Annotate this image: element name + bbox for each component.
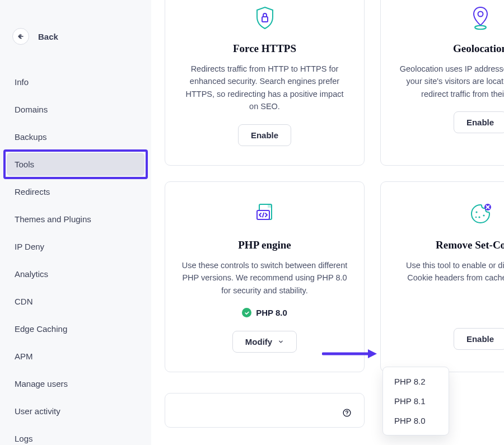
sidebar-item-analytics[interactable]: Analytics	[7, 263, 144, 285]
sidebar-item-edge-caching[interactable]: Edge Caching	[7, 317, 144, 340]
sidebar-item-themes-plugins[interactable]: Themes and Plugins	[7, 208, 144, 231]
code-file-icon	[254, 203, 276, 226]
sidebar-item-backups[interactable]: Backups	[7, 125, 144, 148]
dropdown-option[interactable]: PHP 8.2	[383, 372, 449, 391]
svg-rect-2	[262, 17, 268, 22]
card-partial-bottom	[165, 393, 365, 428]
sidebar-item-tools[interactable]: Tools	[7, 153, 144, 176]
sidebar-item-label: Tools	[15, 160, 34, 169]
sidebar-item-label: APM	[15, 352, 33, 361]
card-description: Use this tool to enable or disable the S…	[396, 259, 504, 284]
modify-button[interactable]: Modify	[232, 331, 297, 353]
php-version-label: PHP 8.0	[256, 308, 287, 317]
card-description: Geolocation uses IP addresses to find wh…	[396, 63, 504, 100]
svg-point-3	[478, 12, 483, 17]
card-force-https: Force HTTPS Redirects traffic from HTTP …	[165, 0, 365, 166]
sidebar-item-label: Manage users	[15, 379, 68, 388]
svg-point-10	[483, 214, 484, 216]
help-circle-icon[interactable]	[342, 408, 352, 420]
check-circle-icon	[242, 308, 251, 317]
nav-list: Info Domains Backups Tools Redirects The…	[7, 71, 144, 445]
php-version-dropdown: PHP 8.2 PHP 8.1 PHP 8.0	[382, 367, 449, 435]
button-label: Modify	[245, 337, 272, 346]
card-title: PHP engine	[181, 239, 348, 251]
sidebar-item-domains[interactable]: Domains	[7, 98, 144, 121]
map-pin-icon	[470, 6, 491, 30]
svg-point-4	[475, 26, 486, 29]
sidebar-item-info[interactable]: Info	[7, 71, 144, 93]
enable-button[interactable]: Enable	[238, 124, 291, 146]
sidebar-item-label: IP Deny	[15, 242, 44, 251]
button-label: Enable	[466, 118, 494, 127]
svg-point-9	[478, 216, 480, 218]
sidebar-item-user-activity[interactable]: User activity	[7, 400, 144, 423]
card-description: Use these controls to switch between dif…	[181, 259, 348, 297]
shield-lock-icon	[254, 6, 276, 30]
card-description: Redirects traffic from HTTP to HTTPS for…	[181, 63, 348, 113]
sidebar: Back Info Domains Backups Tools Redirect…	[0, 0, 151, 445]
svg-point-11	[475, 217, 477, 218]
arrow-left-icon	[17, 32, 25, 40]
card-geolocation: Geolocation Geolocation uses IP addresse…	[380, 0, 504, 166]
sidebar-item-label: User activity	[15, 406, 60, 416]
sidebar-item-label: Domains	[15, 105, 48, 114]
sidebar-active-highlight: Tools	[3, 149, 148, 179]
sidebar-item-apm[interactable]: APM	[7, 345, 144, 368]
main-content: Force HTTPS Redirects traffic from HTTP …	[151, 0, 504, 445]
sidebar-item-cdn[interactable]: CDN	[7, 290, 144, 313]
card-remove-set-cookie: Remove Set-Cookie Use this tool to enabl…	[380, 181, 504, 372]
card-php-engine: PHP engine Use these controls to switch …	[165, 181, 365, 372]
chevron-down-icon	[278, 337, 284, 346]
cookie-icon	[468, 202, 493, 227]
dropdown-option[interactable]: PHP 8.1	[383, 391, 449, 411]
sidebar-item-label: Themes and Plugins	[15, 214, 91, 224]
sidebar-item-label: Info	[15, 77, 29, 87]
button-label: Enable	[251, 130, 278, 140]
svg-point-8	[475, 211, 477, 213]
sidebar-item-manage-users[interactable]: Manage users	[7, 372, 144, 395]
php-status: PHP 8.0	[181, 308, 348, 317]
back-row: Back	[7, 28, 144, 45]
sidebar-item-label: Edge Caching	[15, 324, 67, 334]
sidebar-item-label: CDN	[15, 297, 33, 306]
svg-point-16	[347, 414, 347, 415]
button-label: Enable	[466, 334, 494, 344]
back-button[interactable]	[12, 28, 29, 45]
sidebar-item-ip-deny[interactable]: IP Deny	[7, 235, 144, 258]
sidebar-item-label: Backups	[15, 132, 47, 142]
card-title: Geolocation	[396, 43, 504, 55]
sidebar-item-redirects[interactable]: Redirects	[7, 180, 144, 203]
sidebar-item-label: Analytics	[15, 269, 48, 279]
enable-button[interactable]: Enable	[454, 111, 504, 133]
card-row-1: Force HTTPS Redirects traffic from HTTP …	[165, 0, 504, 166]
enable-button[interactable]: Enable	[454, 328, 504, 350]
card-title: Force HTTPS	[181, 43, 348, 55]
back-label: Back	[38, 32, 58, 41]
sidebar-item-label: Redirects	[15, 187, 50, 196]
dropdown-option[interactable]: PHP 8.0	[383, 411, 449, 430]
sidebar-item-logs[interactable]: Logs	[7, 427, 144, 445]
card-title: Remove Set-Cookie	[396, 239, 504, 251]
card-row-2: PHP engine Use these controls to switch …	[165, 181, 504, 372]
sidebar-item-label: Logs	[15, 434, 33, 443]
